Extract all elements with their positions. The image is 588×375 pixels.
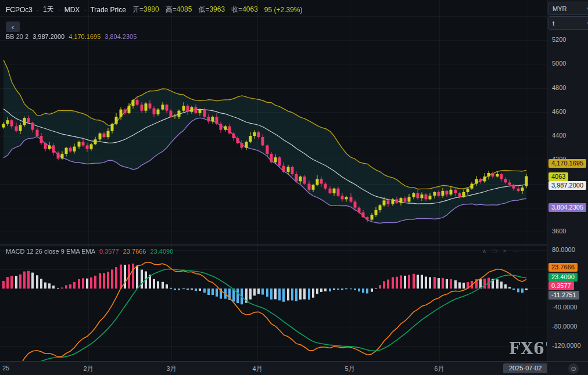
timezone-clock-button[interactable]: ⊙ <box>568 363 579 374</box>
time-label: 5月 <box>345 365 354 373</box>
price-tick: 4600 <box>552 108 566 115</box>
current-date-label: 2025-07-02 <box>503 363 547 373</box>
last-price-label: 4063 <box>548 172 568 181</box>
bb-mid-value: 3,987.2000 <box>33 33 64 40</box>
bb-indicator-legend[interactable]: BB 20 2 3,987.2000 4,170.1695 3,804.2305 <box>6 33 137 40</box>
macd-tick: 80.0000 <box>552 246 575 253</box>
macd-signal-value: 23.4090 <box>150 248 173 255</box>
separator: · <box>58 6 60 14</box>
time-label: 4月 <box>252 365 262 373</box>
macd-line-value: 23.7666 <box>123 248 146 255</box>
back-button[interactable]: ‹ <box>6 21 20 32</box>
symbol-legend[interactable]: FCPOc3 · 1天 · MDX · Trade Price 开=3980 高… <box>6 5 303 15</box>
ohlc-close: 收=4063 <box>229 5 258 15</box>
clock-icon: ⊙ <box>571 365 576 373</box>
price-tick: 5200 <box>552 36 566 43</box>
maximize-pane-icon[interactable]: □ <box>493 248 496 254</box>
price-type: Trade Price <box>90 6 126 14</box>
time-label: 3月 <box>166 365 176 373</box>
macd-hist-value: 0.3577 <box>99 248 119 255</box>
time-axis[interactable]: 25 2月 3月 4月 5月 6月 2025-07-02 ⊙ <box>0 361 588 375</box>
time-label: 2月 <box>83 365 93 373</box>
time-label: 6月 <box>434 365 444 373</box>
axis-corner-divider <box>547 362 547 375</box>
ohlc-open: 开=3980 <box>130 5 159 15</box>
currency-value: MYR <box>553 5 567 12</box>
macd-tick: -80.0000 <box>552 323 577 330</box>
macd-gray-label: -11.2751 <box>548 291 579 300</box>
macd-tick: -40.0000 <box>552 304 577 311</box>
macd-tick: -120.0000 <box>552 342 581 349</box>
macd-pane-chart[interactable] <box>0 246 547 361</box>
bb-title: BB 20 2 <box>6 33 28 40</box>
bb-lower-value: 3,804.2305 <box>105 33 137 40</box>
symbol-name: FCPOc3 <box>6 6 33 14</box>
interval: 1天 <box>43 5 54 15</box>
macd-hist-label: 0.3577 <box>548 282 574 290</box>
bb-lower-price-label: 3,804.2305 <box>548 203 586 212</box>
price-tick: 4400 <box>552 132 566 139</box>
unit-selector[interactable]: t ▾ <box>548 16 588 30</box>
more-options-icon[interactable]: ⋯ <box>512 248 518 254</box>
trading-chart-app: FX678 FCPOc3 · 1天 · MDX · Trade Price 开=… <box>0 0 588 375</box>
pane-controls: ∧ □ × ⋯ <box>482 248 518 254</box>
price-tick: 3600 <box>552 228 566 235</box>
macd-title: MACD 12 26 close 9 EMA EMA <box>6 248 95 255</box>
collapse-pane-icon[interactable]: ∧ <box>482 248 486 254</box>
unit-value: t <box>553 20 554 27</box>
bb-mid-price-label: 3,987.2000 <box>548 181 586 190</box>
macd-line-label: 23.7666 <box>548 263 578 272</box>
price-axis[interactable]: 5200 5000 4800 4600 4400 4200 3600 4,170… <box>547 0 588 361</box>
pane-separator[interactable] <box>0 244 547 246</box>
change-value: 95 (+2.39%) <box>264 6 303 14</box>
bb-upper-price-label: 4,170.1695 <box>548 159 586 168</box>
price-tick: 4800 <box>552 84 566 91</box>
exchange: MDX <box>64 6 80 14</box>
time-label: 25 <box>2 365 9 372</box>
macd-indicator-legend[interactable]: MACD 12 26 close 9 EMA EMA 0.3577 23.766… <box>6 248 173 255</box>
currency-selector[interactable]: MYR ▾ <box>548 2 588 15</box>
ohlc-high: 高=4085 <box>163 5 192 15</box>
bb-upper-value: 4,170.1695 <box>69 33 101 40</box>
macd-signal-label: 23.4090 <box>548 273 578 282</box>
back-arrow-icon: ‹ <box>12 23 14 31</box>
separator: · <box>37 6 39 14</box>
price-tick: 5000 <box>552 60 566 67</box>
close-pane-icon[interactable]: × <box>503 248 506 254</box>
ohlc-low: 低=3963 <box>196 5 225 15</box>
separator: · <box>84 6 86 14</box>
